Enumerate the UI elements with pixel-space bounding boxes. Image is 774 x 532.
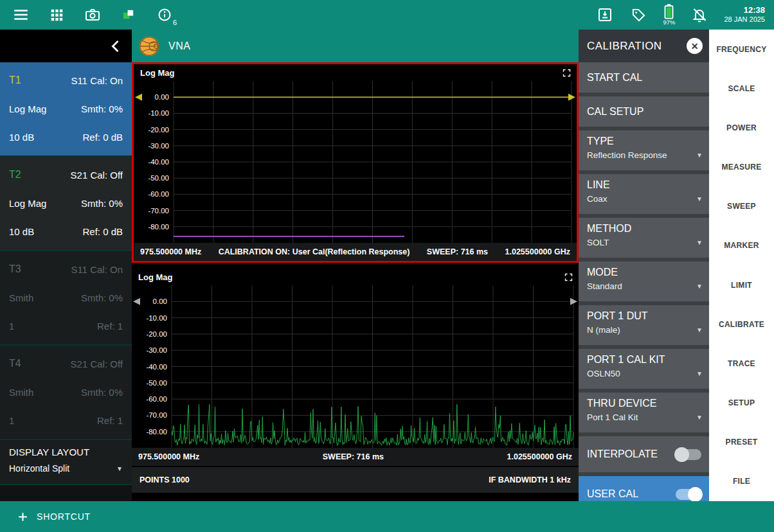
start-cal-button[interactable]: START CAL: [579, 62, 709, 93]
dropdown-value: SOLT: [587, 238, 609, 247]
main-content: VNA Log Mag 0.00-10.00-20.00-30.00-40.00…: [132, 30, 579, 501]
menu-icon[interactable]: [12, 5, 30, 24]
fullscreen-icon[interactable]: [562, 68, 572, 78]
method-dropdown[interactable]: METHOD SOLT ▼: [579, 218, 709, 258]
sidebar-collapse-button[interactable]: [0, 30, 132, 62]
battery-icon: [664, 4, 674, 19]
save-icon[interactable]: [596, 5, 614, 24]
alarm-off-icon[interactable]: [690, 5, 708, 24]
trace-panel-t3[interactable]: T3 S11 Cal: On Smith Smth: 0% 1 Ref: 1: [0, 251, 132, 346]
panel-title: CALIBRATION: [587, 40, 662, 53]
page-title: VNA: [168, 40, 190, 52]
menu-item-file[interactable]: FILE: [709, 462, 774, 501]
info-count-badge: 6: [173, 19, 177, 26]
menu-item-scale[interactable]: SCALE: [709, 69, 774, 108]
tag-icon[interactable]: [629, 5, 647, 24]
menu-item-limit[interactable]: LIMIT: [709, 265, 774, 305]
user-cal-toggle[interactable]: USER CAL: [579, 476, 709, 501]
interpolate-toggle[interactable]: INTERPOLATE: [579, 436, 709, 472]
fullscreen-icon[interactable]: [564, 272, 573, 282]
type-dropdown[interactable]: TYPE Reflection Response ▼: [579, 130, 709, 170]
svg-text:0.00: 0.00: [155, 93, 169, 101]
main-menu: FREQUENCY SCALE POWER MEASURE SWEEP MARK…: [709, 30, 774, 501]
toggle-label: USER CAL: [587, 488, 638, 500]
chart-1-plot-area[interactable]: 0.00-10.00-20.00-30.00-40.00-50.00-60.00…: [134, 81, 577, 243]
chart-format-label: Log Mag: [138, 272, 172, 282]
battery-indicator: 97%: [663, 4, 675, 26]
trace-format: Log Mag: [9, 198, 46, 209]
trace-format: Smith: [9, 387, 33, 398]
svg-text:-80.00: -80.00: [148, 223, 169, 231]
calibration-panel: CALIBRATION ✕ START CAL CAL SETUP TYPE R…: [579, 30, 709, 501]
dropdown-value: Port 1 Cal Kit: [587, 412, 638, 422]
trace-format: Log Mag: [9, 103, 46, 114]
dropdown-value: Standard: [587, 281, 622, 291]
svg-text:-20.00: -20.00: [148, 126, 169, 134]
trace-panel-t2[interactable]: T2 S21 Cal: Off Log Mag Smth: 0% 10 dB R…: [0, 157, 132, 251]
svg-text:-50.00: -50.00: [148, 174, 169, 182]
menu-item-sweep[interactable]: SWEEP: [709, 187, 774, 226]
mode-dropdown[interactable]: MODE Standard ▼: [579, 262, 709, 301]
menu-item-calibrate[interactable]: CALIBRATE: [709, 305, 774, 344]
display-capture-icon[interactable]: [120, 5, 138, 24]
svg-text:-70.00: -70.00: [146, 411, 167, 419]
chevron-down-icon: ▼: [696, 195, 703, 202]
menu-item-marker[interactable]: MARKER: [709, 226, 774, 265]
trace-panel-t1[interactable]: T1 S11 Cal: On Log Mag Smth: 0% 10 dB Re…: [0, 62, 132, 157]
cal-setup-button[interactable]: CAL SETUP: [579, 96, 709, 127]
chart-format-label: Log Mag: [140, 68, 174, 78]
calibration-menu: START CAL CAL SETUP TYPE Reflection Resp…: [579, 62, 709, 501]
info-icon[interactable]: 6: [156, 5, 174, 24]
trace-panel-t4[interactable]: T4 S21 Cal: Off Smith Smth: 0% 1 Ref: 1: [0, 346, 132, 440]
sweep-time: SWEEP: 716 ms: [323, 452, 384, 461]
dropdown-value: Coax: [587, 194, 608, 204]
line-dropdown[interactable]: LINE Coax ▼: [579, 174, 709, 214]
camera-icon[interactable]: [84, 5, 102, 24]
trace-cal-status: S11 Cal: On: [71, 75, 123, 86]
dropdown-value: N (male): [587, 325, 620, 335]
trace-smoothing: Smth: 0%: [81, 198, 123, 209]
trace-ref: Ref: 0 dB: [82, 226, 123, 237]
add-shortcut-button[interactable]: SHORTCUT: [17, 511, 91, 523]
button-label: START CAL: [587, 72, 642, 84]
chevron-down-icon: ▼: [696, 152, 703, 159]
port1-dut-dropdown[interactable]: PORT 1 DUT N (male) ▼: [579, 305, 709, 345]
battery-percent: 97%: [663, 19, 675, 26]
dropdown-label: METHOD: [587, 223, 703, 235]
dropdown-label: PORT 1 DUT: [587, 310, 703, 322]
stop-frequency: 1.025500000 GHz: [505, 247, 570, 256]
menu-item-measure[interactable]: MEASURE: [709, 148, 774, 187]
shortcut-label: SHORTCUT: [37, 511, 91, 522]
vna-smith-chart-icon: [138, 35, 160, 57]
menu-item-trace[interactable]: TRACE: [709, 344, 774, 383]
chart-2-plot-area[interactable]: 0.00-10.00-20.00-30.00-40.00-50.00-60.00…: [132, 285, 579, 448]
trace-scale: 10 dB: [9, 226, 34, 237]
points-setting: POINTS 1000: [140, 475, 190, 484]
trace-smoothing: Smth: 0%: [81, 387, 123, 398]
trace-ref: Ref: 1: [97, 415, 123, 426]
display-layout-dropdown[interactable]: DISPLAY LAYOUT Horizontal Split ▼: [0, 440, 132, 485]
menu-item-power[interactable]: POWER: [709, 108, 774, 147]
menu-item-setup[interactable]: SETUP: [709, 384, 774, 423]
toggle-label: INTERPOLATE: [587, 448, 658, 460]
menu-item-frequency[interactable]: FREQUENCY: [709, 30, 774, 69]
toggle-switch-off[interactable]: [676, 449, 701, 460]
apps-grid-icon[interactable]: [48, 5, 66, 24]
svg-text:-60.00: -60.00: [148, 190, 169, 198]
start-frequency: 975.500000 MHz: [140, 247, 201, 256]
svg-text:-10.00: -10.00: [148, 109, 169, 117]
svg-text:-80.00: -80.00: [146, 428, 167, 436]
button-label: CAL SETUP: [587, 106, 644, 118]
if-bandwidth-setting: IF BANDWIDTH 1 kHz: [489, 475, 571, 484]
trace-ref: Ref: 0 dB: [82, 132, 123, 143]
menu-item-preset[interactable]: PRESET: [709, 423, 774, 462]
stop-frequency: 1.025500000 GHz: [507, 452, 572, 461]
dropdown-label: PORT 1 CAL KIT: [587, 354, 703, 366]
port1-cal-kit-dropdown[interactable]: PORT 1 CAL KIT OSLN50 ▼: [579, 349, 709, 389]
trace-cal-status: S21 Cal: Off: [71, 170, 123, 181]
close-icon[interactable]: ✕: [687, 38, 703, 54]
toggle-switch-on[interactable]: [676, 489, 701, 500]
thru-device-dropdown[interactable]: THRU DEVICE Port 1 Cal Kit ▼: [579, 393, 709, 432]
trace-id: T4: [9, 358, 21, 369]
trace-scale: 10 dB: [9, 132, 34, 143]
